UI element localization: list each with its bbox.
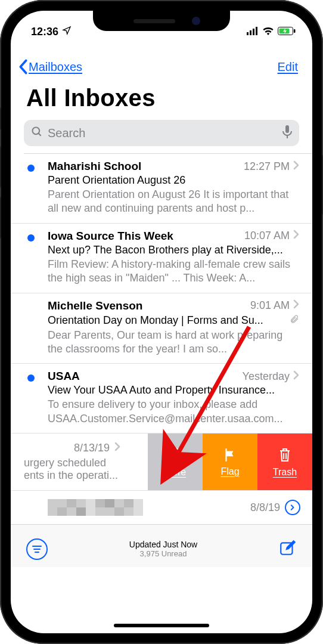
search-icon: [31, 126, 43, 140]
email-list: Maharishi School 12:27 PM Parent Orienta…: [11, 154, 312, 524]
sender: USAA: [48, 370, 80, 383]
preview-line: ents in the operati...: [24, 469, 148, 482]
redacted-content: [48, 499, 143, 516]
paperclip-icon: [290, 314, 299, 327]
email-item[interactable]: Iowa Source This Week 10:07 AM Next up? …: [11, 223, 312, 293]
sender: Maharishi School: [48, 160, 141, 173]
subject: Parent Orientation August 26: [48, 174, 299, 187]
trash-label: Trash: [273, 467, 297, 478]
compose-icon: [279, 539, 297, 557]
flag-label: Flag: [220, 466, 239, 477]
flag-action-button[interactable]: Flag: [203, 434, 257, 490]
subject: View Your USAA Auto and Property Insuran…: [48, 384, 299, 397]
ellipsis-icon: [167, 447, 184, 463]
search-placeholder: Search: [48, 126, 278, 140]
unread-count: 3,975 Unread: [129, 549, 197, 558]
cellular-icon: [247, 26, 259, 38]
email-item-redacted[interactable]: 8/8/19: [11, 490, 312, 524]
chevron-right-icon: [293, 299, 299, 312]
thread-chevron-icon[interactable]: [285, 500, 300, 515]
svg-line-8: [39, 134, 41, 136]
svg-rect-1: [250, 30, 251, 35]
chevron-right-icon: [114, 442, 120, 454]
trash-icon: [278, 447, 292, 463]
filter-button[interactable]: [26, 538, 48, 560]
unread-dot-icon: [27, 234, 35, 242]
preview: Parent Orientation on August 26 It is im…: [48, 188, 299, 216]
more-action-button[interactable]: More: [148, 434, 203, 490]
svg-rect-6: [294, 29, 296, 33]
svg-rect-0: [247, 32, 249, 35]
time: 12:27 PM: [244, 160, 290, 173]
time: 8/8/19: [250, 501, 280, 514]
preview: Film Review: A history-making all-female…: [48, 258, 299, 286]
search-field[interactable]: Search: [24, 120, 299, 146]
svg-point-7: [33, 128, 40, 135]
clock: 12:36: [31, 26, 58, 38]
svg-point-11: [170, 454, 173, 456]
time: 8/13/19: [74, 442, 110, 454]
time: 10:07 AM: [244, 230, 290, 242]
preview: Dear Parents, Our team is hard at work p…: [48, 329, 299, 357]
time: 9:01 AM: [250, 299, 290, 312]
chevron-right-icon: [293, 230, 299, 242]
home-indicator[interactable]: [114, 624, 209, 627]
filter-icon: [32, 545, 42, 553]
chevron-right-icon: [293, 160, 299, 173]
sender: Michelle Svenson: [48, 299, 142, 312]
sender: Iowa Source This Week: [48, 230, 173, 243]
preview: To ensure delivery to your inbox, please…: [48, 398, 299, 426]
svg-rect-3: [256, 27, 257, 35]
svg-point-12: [174, 454, 176, 456]
swiped-email-item[interactable]: 8/13/19 urgery scheduled ents in the ope…: [11, 433, 312, 490]
more-label: More: [164, 467, 186, 478]
subject: Next up? The Bacon Brothers play at Rive…: [48, 244, 299, 256]
compose-button[interactable]: [279, 539, 297, 559]
time: Yesterday: [243, 370, 290, 383]
page-title: All Inboxes: [11, 79, 312, 120]
wifi-icon: [262, 26, 274, 38]
email-item[interactable]: USAA Yesterday View Your USAA Auto and P…: [11, 363, 312, 433]
svg-rect-9: [285, 125, 289, 133]
dictation-icon[interactable]: [282, 125, 292, 141]
email-item[interactable]: Maharishi School 12:27 PM Parent Orienta…: [11, 154, 312, 223]
unread-dot-icon: [27, 374, 35, 382]
nav-bar: Mailboxes Edit: [11, 43, 312, 79]
preview-line: urgery scheduled: [24, 457, 148, 469]
chevron-right-icon: [293, 370, 299, 383]
back-button[interactable]: Mailboxes: [17, 58, 82, 75]
bottom-toolbar: Updated Just Now 3,975 Unread: [11, 524, 312, 567]
unread-dot-icon: [27, 165, 35, 172]
chevron-left-icon: [17, 58, 30, 75]
back-label: Mailboxes: [29, 60, 82, 74]
svg-rect-2: [253, 29, 254, 35]
battery-icon: [278, 26, 296, 38]
location-icon: [62, 26, 72, 38]
email-item[interactable]: Michelle Svenson 9:01 AM Orientation Day…: [11, 293, 312, 364]
flag-icon: [222, 447, 238, 463]
edit-button[interactable]: Edit: [278, 60, 298, 74]
svg-point-13: [178, 454, 180, 456]
trash-action-button[interactable]: Trash: [257, 434, 312, 490]
subject: Orientation Day on Monday | Forms and Su…: [48, 314, 263, 327]
updated-label: Updated Just Now: [129, 540, 197, 549]
